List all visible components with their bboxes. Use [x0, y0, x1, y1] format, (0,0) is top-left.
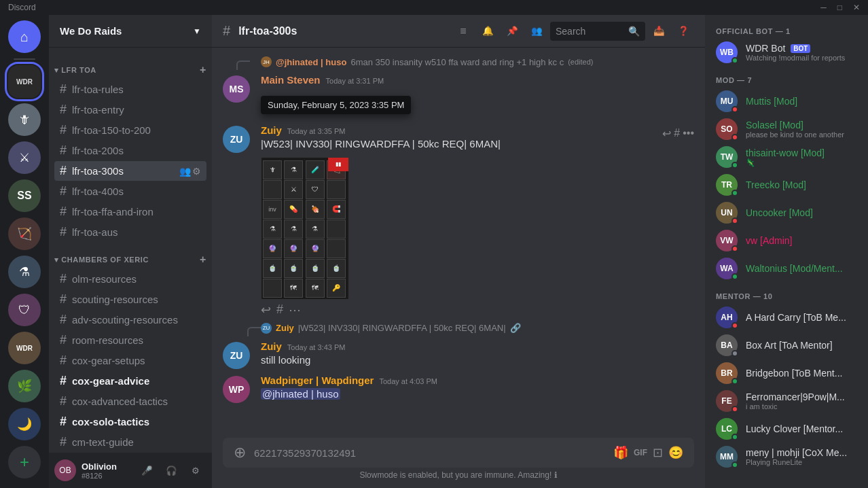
channel-lfr-toa-rules[interactable]: # lfr-toa-rules — [54, 80, 206, 99]
channel-lfr-toa-200s[interactable]: # lfr-toa-200s — [54, 141, 206, 160]
mute-btn[interactable]: 🎤 — [136, 459, 158, 481]
search-input[interactable] — [556, 26, 624, 37]
channel-scouting-resources[interactable]: # scouting-resources — [54, 290, 206, 309]
channel-lfr-toa-400s[interactable]: # lfr-toa-400s — [54, 181, 206, 201]
more-btn[interactable]: ••• — [683, 127, 694, 139]
react-btn[interactable]: ↩ — [662, 127, 671, 140]
channel-adv-scouting-resources[interactable]: # adv-scouting-resources — [54, 310, 206, 330]
add-channel-icon-2[interactable]: + — [200, 254, 206, 266]
close-btn[interactable]: ✕ — [853, 3, 860, 12]
deafen-btn[interactable]: 🎧 — [160, 459, 182, 481]
server-icon-5[interactable]: 🏹 — [8, 217, 41, 250]
hash-action-icon[interactable]: # — [276, 302, 283, 317]
server-icon-9[interactable]: 🌿 — [8, 370, 41, 402]
maximize-btn[interactable]: □ — [837, 3, 842, 12]
server-icon-oblivion[interactable]: 🌙 — [8, 408, 41, 440]
members-list-btn[interactable]: 👥 — [526, 20, 547, 42]
message-text: |W523| INV330| RINGWARDFFA | 50kc REQ| 6… — [261, 137, 651, 152]
channel-cox-solo-tactics[interactable]: # cox-solo-tactics — [54, 412, 206, 432]
minimize-btn[interactable]: ─ — [820, 3, 827, 12]
server-icon-3[interactable]: ⚔ — [8, 141, 41, 174]
settings-btn[interactable]: ⚙ — [185, 459, 206, 481]
thread-btn[interactable]: # — [674, 127, 680, 139]
member-a-hard-carry[interactable]: AH A Hard Carry [ToB Me... — [710, 304, 863, 331]
add-channel-icon[interactable]: + — [200, 64, 206, 76]
help-btn[interactable]: ❓ — [672, 20, 694, 42]
member-ferromancer[interactable]: FE Ferromancer|9Pow|M... i am toxic — [710, 387, 863, 415]
channel-olm-resources[interactable]: # olm-resources — [54, 269, 206, 289]
members-icon[interactable]: 👥 — [179, 166, 191, 177]
message-timestamp: Today at 4:03 PM — [379, 377, 437, 385]
server-name-text: We Do Raids — [60, 25, 122, 37]
channel-lfr-toa-150-to-200[interactable]: # lfr-toa-150-to-200 — [54, 120, 206, 140]
member-box-art[interactable]: BA Box Art [ToA Mentor] — [710, 332, 863, 359]
hash-icon: # — [60, 184, 67, 198]
hash-icon: # — [60, 143, 67, 158]
server-icon-discord-home[interactable]: ⌂ — [8, 20, 41, 53]
react-icon[interactable]: ↩ — [261, 302, 271, 317]
category-chambers[interactable]: ▾ CHAMBERS OF XERIC + — [49, 243, 212, 268]
channel-lfr-toa-aus[interactable]: # lfr-toa-aus — [54, 222, 206, 242]
member-subtext: Watching !modmail for reports — [746, 54, 857, 62]
emoji-icon[interactable]: 😊 — [668, 445, 683, 460]
server-icon-2[interactable]: 🗡 — [8, 103, 41, 136]
member-muttis[interactable]: MU Muttis [Mod] — [710, 88, 863, 115]
member-meny[interactable]: MM meny | mohji [CoX Me... Playing RuneL… — [710, 443, 863, 470]
notifications-btn[interactable]: 🔔 — [477, 20, 499, 42]
channel-cox-gear-setups[interactable]: # cox-gear-setups — [54, 351, 206, 370]
member-wdr-bot[interactable]: WB WDR BotBOT Watching !modmail for repo… — [710, 39, 863, 66]
server-name-header[interactable]: We Do Raids ▼ — [49, 15, 212, 48]
category-label-lfr-toa: ▾ LFR TOA — [54, 66, 96, 75]
member-waltonius[interactable]: WA Waltonius [Mod/Ment... — [710, 255, 863, 282]
message-content: Main Steven Today at 3:31 PM — [261, 74, 694, 87]
gif-btn[interactable]: GIF — [634, 448, 647, 457]
server-icon-we-do-raids[interactable]: WDR — [8, 65, 41, 98]
reply-username-2: Zuiy — [276, 323, 294, 333]
threads-btn[interactable]: ≡ — [452, 20, 474, 42]
status-indicator — [731, 134, 738, 141]
message-input-bar: ⊕ 🎁 GIF ⊡ 😊 — [223, 438, 694, 468]
avatar: MU — [716, 90, 738, 112]
member-name: Solasel [Mod] — [746, 120, 857, 130]
server-icon-4[interactable]: SS — [8, 179, 41, 212]
server-icon-7[interactable]: 🛡 — [8, 294, 41, 326]
search-box[interactable]: 🔍 — [550, 22, 645, 41]
member-name: WDR BotBOT — [746, 43, 857, 54]
avatar: TR — [716, 174, 738, 196]
member-uncooker[interactable]: UN Uncooker [Mod] — [710, 199, 863, 226]
add-server-btn[interactable]: + — [8, 446, 41, 478]
channel-cox-gear-advice[interactable]: # cox-gear-advice — [54, 371, 206, 391]
app-title: Discord — [8, 3, 36, 12]
avatar: MM — [716, 446, 738, 468]
member-bridgebon[interactable]: BR Bridgebon [ToB Ment... — [710, 360, 863, 387]
channel-room-resources[interactable]: # room-resources — [54, 330, 206, 350]
category-lfr-toa[interactable]: ▾ LFR TOA + — [49, 53, 212, 79]
server-icon-8[interactable]: WDR — [8, 332, 41, 364]
channel-name: lfr-toa-rules — [72, 84, 124, 95]
status-indicator — [731, 190, 738, 196]
server-icon-6[interactable]: ⚗ — [8, 256, 41, 288]
member-vw[interactable]: VW vw [Admin] — [710, 227, 863, 254]
add-attachment-btn[interactable]: ⊕ — [234, 444, 246, 461]
message-timestamp: Today at 3:35 PM — [287, 127, 346, 135]
channel-cox-advanced-tactics[interactable]: # cox-advanced-tactics — [54, 391, 206, 411]
member-treecko[interactable]: TR Treecko [Mod] — [710, 171, 863, 198]
member-solasel[interactable]: SO Solasel [Mod] please be kind to one a… — [710, 116, 863, 143]
settings-icon[interactable]: ⚙ — [192, 166, 201, 177]
member-name: meny | mohji [CoX Me... — [746, 447, 857, 458]
channel-lfr-toa-entry[interactable]: # lfr-toa-entry — [54, 100, 206, 120]
gift-icon[interactable]: 🎁 — [613, 445, 628, 460]
sticker-icon[interactable]: ⊡ — [653, 445, 663, 460]
member-name: A Hard Carry [ToB Me... — [746, 312, 857, 323]
more-icon[interactable]: ⋯ — [289, 302, 301, 317]
channel-name: cox-gear-advice — [72, 375, 149, 387]
avatar: TW — [716, 146, 738, 168]
message-input[interactable] — [254, 440, 605, 466]
member-lucky-clover[interactable]: LC Lucky Clover [Mentor... — [710, 415, 863, 442]
channel-lfr-toa-300s[interactable]: # lfr-toa-300s 👥 ⚙ — [54, 161, 206, 181]
pin-btn[interactable]: 📌 — [501, 20, 523, 42]
channel-cm-text-guide[interactable]: # cm-text-guide — [54, 432, 206, 452]
inbox-btn[interactable]: 📥 — [648, 20, 670, 42]
member-thisaint-wow[interactable]: TW thisaint-wow [Mod] 🦎 — [710, 143, 863, 171]
channel-lfr-toa-ffa-and-iron[interactable]: # lfr-toa-ffa-and-iron — [54, 202, 206, 222]
